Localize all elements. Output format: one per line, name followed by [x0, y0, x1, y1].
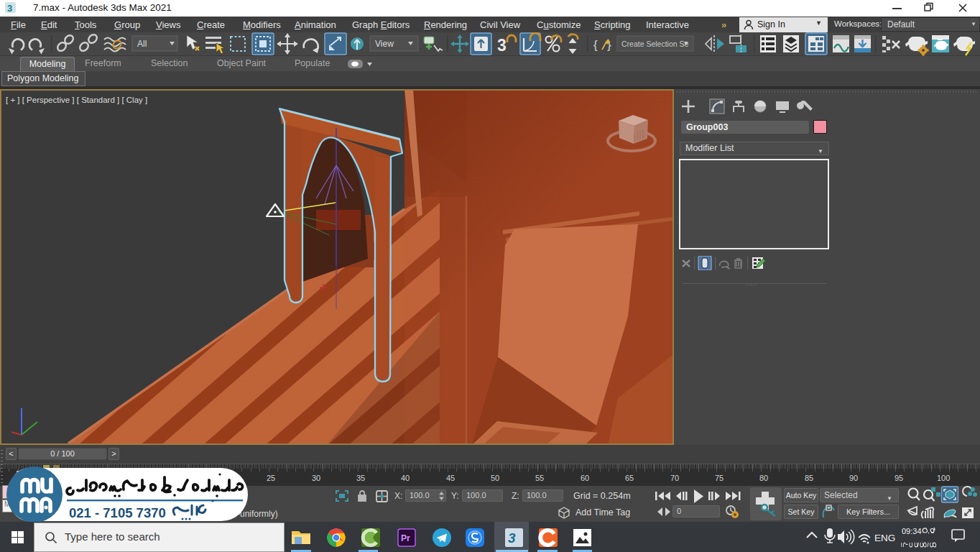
- svg-text:Pr: Pr: [401, 533, 410, 543]
- svg-text:{: {: [593, 38, 598, 52]
- svg-text:[ + ] [ Perspective ] [ Standa: [ + ] [ Perspective ] [ Standard ] [ Cla…: [6, 96, 147, 104]
- svg-text:3: 3: [497, 36, 507, 55]
- svg-text:View: View: [375, 39, 394, 49]
- svg-text:3: 3: [508, 530, 516, 546]
- svg-text:09:34: 09:34: [902, 527, 922, 535]
- svg-text:021 - 7105 7370: 021 - 7105 7370: [69, 505, 166, 520]
- svg-text:All: All: [137, 39, 147, 49]
- svg-text:ENG: ENG: [874, 533, 895, 543]
- svg-text:3: 3: [7, 3, 12, 14]
- svg-text:Create Selection Se: Create Selection Se: [621, 40, 689, 48]
